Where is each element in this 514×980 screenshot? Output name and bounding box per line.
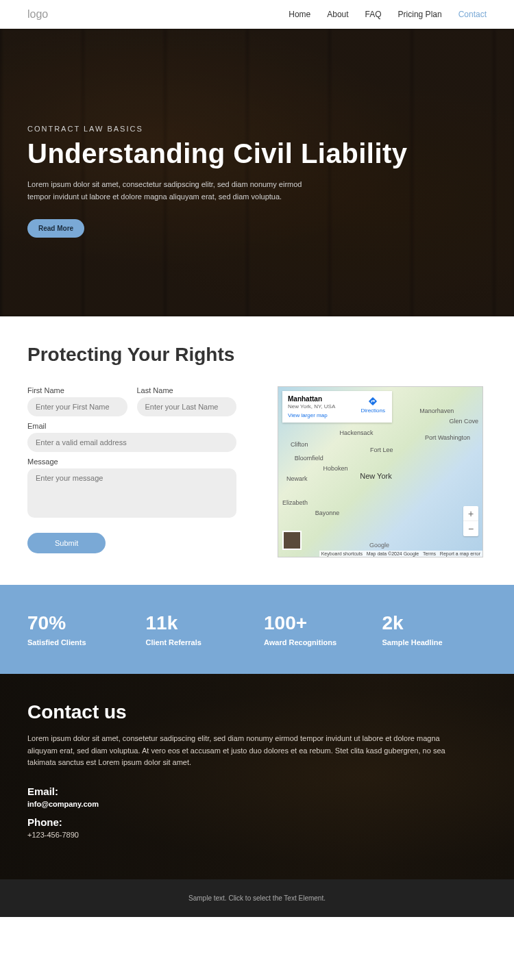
map-city-label: Fort Lee (370, 447, 393, 453)
nav-home[interactable]: Home (289, 10, 310, 19)
contact-section: Contact us Lorem ipsum dolor sit amet, c… (0, 674, 514, 879)
footer-text[interactable]: Sample text. Click to select the Text El… (188, 894, 326, 902)
message-input[interactable] (27, 468, 236, 518)
directions-button[interactable]: Directions (360, 397, 385, 414)
map-attribution: Keyboard shortcuts Map data ©2024 Google… (319, 551, 482, 557)
map-city-label: Manorhaven (419, 407, 454, 414)
stats-section: 70% Satisfied Clients 11k Client Referra… (0, 585, 514, 674)
hero-title: Understanding Civil Liability (27, 138, 487, 169)
nav-pricing[interactable]: Pricing Plan (398, 10, 442, 19)
directions-icon (368, 397, 378, 406)
nav-contact[interactable]: Contact (458, 10, 487, 19)
map-city-label: Glen Cove (450, 418, 479, 425)
nav-about[interactable]: About (327, 10, 348, 19)
google-logo: Google (369, 542, 389, 549)
rights-section: Protecting Your Rights First Name Last N… (0, 316, 514, 585)
contact-title: Contact us (27, 701, 487, 723)
header: logo Home About FAQ Pricing Plan Contact (0, 0, 514, 29)
stat-label: Sample Headline (382, 638, 487, 646)
map-city-label: Elizabeth (282, 499, 308, 506)
map-thumb[interactable] (282, 531, 302, 550)
footer: Sample text. Click to select the Text El… (0, 879, 514, 917)
directions-label: Directions (360, 407, 385, 414)
first-name-input[interactable] (27, 397, 127, 416)
email-value[interactable]: info@company.com (27, 800, 487, 808)
zoom-out-button[interactable]: − (463, 521, 478, 536)
last-name-label: Last Name (137, 386, 237, 394)
map-city-label: Hackensack (339, 429, 373, 436)
map-city-label: Hoboken (323, 465, 348, 472)
map-widget[interactable]: Manhattan New York, NY, USA View larger … (278, 386, 483, 557)
map-zoom-controls: + − (463, 506, 478, 536)
submit-button[interactable]: Submit (27, 533, 106, 553)
contact-form: First Name Last Name Email Message Submi… (27, 386, 236, 557)
stat-item: 2k Sample Headline (382, 612, 487, 646)
email-label: Email (27, 422, 236, 430)
stat-item: 100+ Award Recognitions (264, 612, 369, 646)
stat-number: 70% (27, 612, 132, 634)
main-nav: Home About FAQ Pricing Plan Contact (289, 10, 487, 19)
hero-section: CONTRACT LAW BASICS Understanding Civil … (0, 29, 514, 316)
stat-number: 100+ (264, 612, 369, 634)
stat-item: 70% Satisfied Clients (27, 612, 132, 646)
logo[interactable]: logo (27, 8, 48, 21)
first-name-label: First Name (27, 386, 127, 394)
email-input[interactable] (27, 433, 236, 452)
stat-label: Award Recognitions (264, 638, 369, 646)
stat-number: 11k (146, 612, 251, 634)
map-city-label: Newark (286, 475, 308, 482)
hero-body: Lorem ipsum dolor sit amet, consectetur … (27, 179, 315, 203)
map-city-label: Port Washington (425, 434, 470, 441)
phone-value[interactable]: +123-456-7890 (27, 831, 487, 839)
map-city-label: Bayonne (315, 510, 340, 516)
contact-body: Lorem ipsum dolor sit amet, consetetur s… (27, 733, 466, 769)
map-city-label: Bloomfield (295, 455, 323, 462)
phone-heading: Phone: (27, 816, 487, 828)
email-heading: Email: (27, 786, 487, 797)
read-more-button[interactable]: Read More (27, 219, 84, 238)
stat-label: Client Referrals (146, 638, 251, 646)
map-city-label: Clifton (291, 441, 308, 448)
last-name-input[interactable] (137, 397, 237, 416)
stat-item: 11k Client Referrals (146, 612, 251, 646)
map-city-newyork: New York (360, 472, 391, 480)
stat-number: 2k (382, 612, 487, 634)
nav-faq[interactable]: FAQ (365, 10, 382, 19)
hero-eyebrow: CONTRACT LAW BASICS (27, 125, 487, 133)
message-label: Message (27, 457, 236, 466)
map-info-card: Manhattan New York, NY, USA View larger … (282, 391, 392, 423)
section-title: Protecting Your Rights (27, 344, 487, 366)
zoom-in-button[interactable]: + (463, 506, 478, 521)
stat-label: Satisfied Clients (27, 638, 132, 646)
